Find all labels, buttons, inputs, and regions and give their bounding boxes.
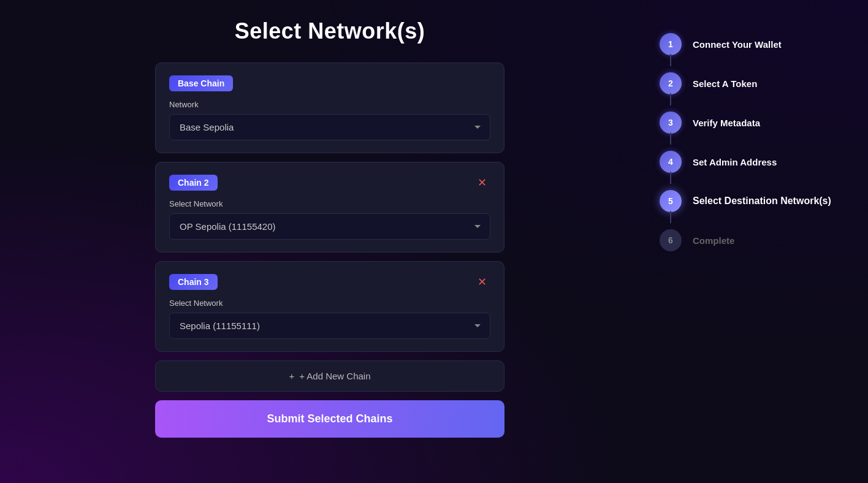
step-1-number: 1: [668, 39, 673, 49]
add-chain-label: + Add New Chain: [299, 371, 370, 381]
add-chain-button[interactable]: + + Add New Chain: [155, 360, 504, 392]
main-content: Select Network(s) Base Chain Network Bas…: [0, 0, 660, 438]
chain3-card: Chain 3 ✕ Select Network Sepolia (111551…: [155, 261, 504, 352]
step-5-number: 5: [668, 196, 673, 206]
step-6-number: 6: [668, 235, 673, 245]
step-2-number: 2: [668, 78, 673, 88]
base-chain-badge: Base Chain: [169, 75, 233, 91]
step-2: 2 Select A Token: [660, 64, 843, 103]
step-5: 5 Select Destination Network(s): [660, 181, 843, 221]
base-chain-card: Base Chain Network Base Sepolia Ethereum…: [155, 63, 504, 153]
add-chain-icon: +: [289, 371, 294, 381]
chain3-badge: Chain 3: [169, 274, 218, 290]
form-container: Base Chain Network Base Sepolia Ethereum…: [155, 63, 504, 438]
base-chain-header: Base Chain: [169, 75, 490, 91]
chain3-network-label: Select Network: [169, 299, 490, 308]
base-chain-network-select[interactable]: Base Sepolia Ethereum Mainnet Polygon: [169, 114, 490, 140]
chain2-network-select[interactable]: OP Sepolia (11155420) Base Sepolia Sepol…: [169, 213, 490, 240]
step-5-circle: 5: [660, 190, 682, 212]
submit-button[interactable]: Submit Selected Chains: [155, 400, 504, 438]
sidebar-stepper: 1 Connect Your Wallet 2 Select A Token 3…: [660, 0, 868, 260]
step-3-circle: 3: [660, 112, 682, 134]
step-1-circle: 1: [660, 33, 682, 55]
step-1: 1 Connect Your Wallet: [660, 25, 843, 64]
base-chain-network-label: Network: [169, 100, 490, 109]
step-4-number: 4: [668, 157, 673, 167]
step-3-label: Verify Metadata: [693, 118, 760, 128]
step-2-circle: 2: [660, 72, 682, 94]
chain2-badge: Chain 2: [169, 175, 218, 191]
chain2-close-icon: ✕: [478, 177, 487, 188]
step-6-label: Complete: [693, 235, 734, 246]
page-title: Select Network(s): [235, 18, 425, 44]
step-3-number: 3: [668, 118, 673, 127]
step-5-label: Select Destination Network(s): [693, 196, 831, 207]
step-4-circle: 4: [660, 151, 682, 173]
step-2-label: Select A Token: [693, 78, 757, 89]
chain3-close-icon: ✕: [478, 276, 487, 287]
chain3-close-button[interactable]: ✕: [474, 275, 490, 289]
step-1-label: Connect Your Wallet: [693, 39, 782, 50]
step-4: 4 Set Admin Address: [660, 142, 843, 181]
chain3-header: Chain 3 ✕: [169, 274, 490, 290]
chain2-network-label: Select Network: [169, 199, 490, 208]
chain2-header: Chain 2 ✕: [169, 175, 490, 191]
chain2-close-button[interactable]: ✕: [474, 176, 490, 189]
chain3-network-select[interactable]: Sepolia (11155111) OP Sepolia (11155420)…: [169, 313, 490, 339]
step-6-circle: 6: [660, 229, 682, 251]
step-3: 3 Verify Metadata: [660, 103, 843, 142]
step-4-label: Set Admin Address: [693, 157, 777, 167]
chain2-card: Chain 2 ✕ Select Network OP Sepolia (111…: [155, 162, 504, 253]
step-6: 6 Complete: [660, 221, 843, 260]
